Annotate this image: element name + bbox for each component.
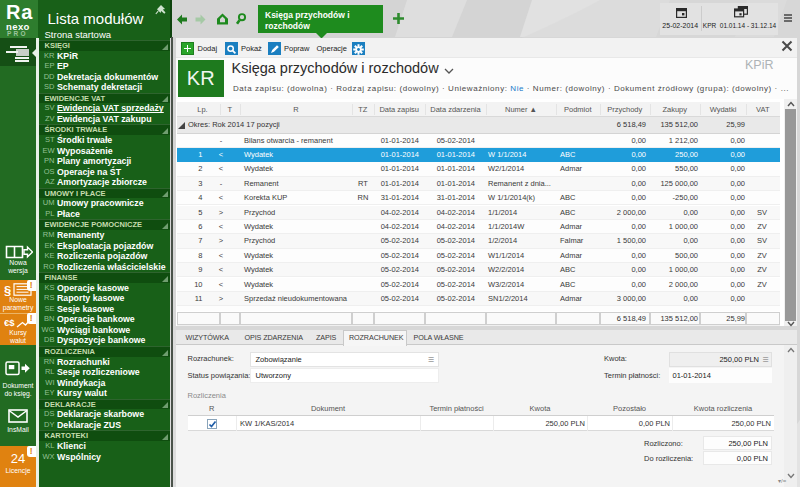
svg-text:§: §: [4, 283, 11, 296]
svg-text:€$: €$: [4, 317, 15, 328]
